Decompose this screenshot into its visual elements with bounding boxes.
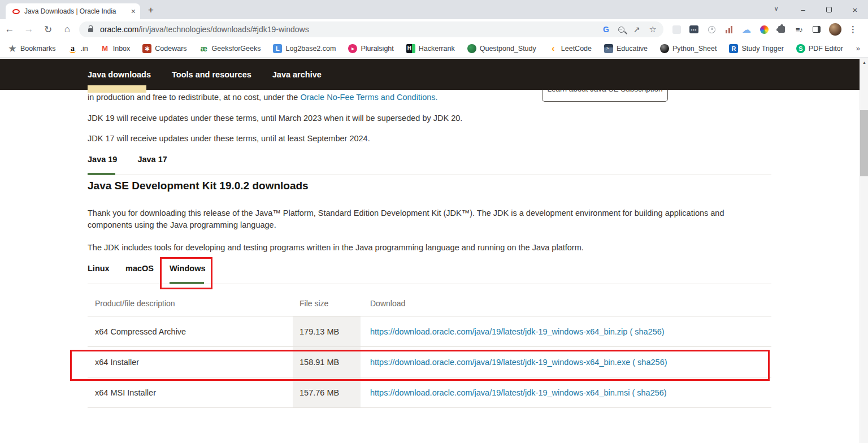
lock-icon[interactable] (88, 28, 93, 32)
log2base2-icon: L (273, 44, 282, 53)
hackerrank-icon: H (406, 44, 415, 53)
table-row-zip: x64 Compressed Archive 179.13 MB https:/… (88, 316, 771, 347)
file-description: x64 Compressed Archive (88, 327, 293, 336)
bookmark-inbox[interactable]: MInbox (101, 44, 131, 53)
downloads-table: Product/file description File size Downl… (88, 290, 771, 408)
analytics-extension-icon[interactable] (724, 24, 734, 34)
media-list-icon[interactable]: ≡♪ (794, 24, 804, 34)
file-size: 179.13 MB (293, 316, 361, 346)
bookmark-log2base2[interactable]: LLog2base2.com (273, 44, 336, 53)
file-size: 157.76 MB (293, 377, 361, 407)
bookmarks-bar: ★Bookmarks a.in MInbox ∗Codewars æGeeksf… (0, 40, 868, 58)
questpond-icon (467, 44, 476, 53)
url-path: /in/java/technologies/downloads/#jdk19-w… (138, 25, 309, 34)
download-link-zip[interactable]: https://download.oracle.com/java/19/late… (370, 327, 627, 336)
url-domain: oracle.com (100, 25, 138, 34)
annotation-box-x64-installer-row (70, 350, 770, 381)
nav-item-java-downloads[interactable]: Java downloads (88, 70, 151, 79)
browser-titlebar: Java Downloads | Oracle India × + ∨ – × (0, 0, 868, 19)
scrollbar-thumb[interactable] (860, 110, 868, 176)
bookmark-python-sheet[interactable]: Python_Sheet (660, 44, 717, 53)
browser-menu-icon[interactable]: ⋮ (849, 24, 857, 34)
tab-title: Java Downloads | Oracle India (24, 7, 128, 15)
python-sheet-icon (660, 44, 669, 53)
tab-search-icon[interactable]: ∨ (774, 5, 779, 12)
bookmark-study-trigger[interactable]: RStudy Trigger (729, 44, 783, 53)
browser-toolbar: ← → ↻ ⌂ oracle.com/in/java/technologies/… (0, 19, 868, 40)
url-text[interactable]: oracle.com/in/java/technologies/download… (100, 25, 309, 34)
color-wheel-extension-icon[interactable] (759, 24, 769, 34)
intro-paragraph: in production and free to redistribute, … (88, 93, 438, 102)
google-icon[interactable]: G (603, 25, 609, 34)
side-panel-icon[interactable] (811, 24, 822, 34)
site-nav: Java downloads Tools and resources Java … (0, 59, 860, 90)
codewars-icon: ∗ (142, 44, 151, 53)
jdk19-updates-paragraph: JDK 19 will receive updates under these … (88, 114, 462, 123)
sha256-link-msi[interactable]: ( sha256) (632, 388, 666, 397)
bookmark-star-icon[interactable]: ☆ (649, 24, 657, 34)
download-link-msi[interactable]: https://download.oracle.com/java/19/late… (370, 388, 630, 397)
timer-extension-icon[interactable] (706, 24, 717, 34)
pdf-editor-icon: S (796, 44, 805, 53)
page-title: Java SE Development Kit 19.0.2 downloads (88, 180, 309, 192)
back-button[interactable]: ← (0, 24, 19, 35)
tab-close-icon[interactable]: × (131, 7, 136, 16)
bookmarks-overflow-icon[interactable]: » (856, 44, 860, 53)
address-bar[interactable]: oracle.com/in/java/technologies/download… (79, 21, 663, 37)
jdk17-updates-paragraph: JDK 17 will receive updates under these … (88, 134, 370, 143)
browser-tab[interactable]: Java Downloads | Oracle India × (6, 3, 140, 19)
nav-item-tools-resources[interactable]: Tools and resources (172, 70, 251, 79)
forward-button[interactable]: → (19, 24, 38, 35)
table-row-msi: x64 MSI Installer 157.76 MB https://down… (88, 377, 771, 408)
bookmark-questpond[interactable]: Questpond_Study (467, 44, 536, 53)
bookmark-educative[interactable]: >_Educative (604, 44, 648, 53)
nav-active-underline (88, 85, 146, 93)
version-tabs-divider (88, 175, 771, 175)
sha256-link-zip[interactable]: ( sha256) (630, 327, 664, 336)
amazon-icon: a (68, 44, 77, 53)
educative-icon: >_ (604, 44, 613, 53)
no-fee-terms-link[interactable]: Oracle No-Fee Terms and Conditions. (300, 93, 437, 102)
cloud-extension-icon[interactable]: ☁ (741, 24, 752, 34)
bookmark-codewars[interactable]: ∗Codewars (142, 44, 186, 53)
table-header-row: Product/file description File size Downl… (88, 290, 771, 316)
restore-button[interactable] (816, 6, 842, 14)
bookmark-pdf-editor[interactable]: SPDF Editor (796, 44, 843, 53)
pluralsight-icon: ▸ (348, 44, 357, 53)
tab-linux[interactable]: Linux (88, 264, 125, 273)
zoom-out-icon[interactable] (618, 27, 624, 33)
close-window-button[interactable]: × (842, 5, 868, 15)
home-button[interactable]: ⌂ (58, 24, 77, 35)
reload-button[interactable]: ↻ (38, 24, 58, 36)
bookmark-hackerrank[interactable]: HHackerrank (406, 44, 455, 53)
tab-java-19[interactable]: Java 19 (88, 155, 117, 164)
bookmark-pluralsight[interactable]: ▸Pluralsight (348, 44, 393, 53)
thank-you-paragraph: Thank you for downloading this release o… (88, 207, 732, 231)
bookmark-bookmarks[interactable]: ★Bookmarks (8, 44, 56, 53)
study-trigger-icon: R (729, 44, 738, 53)
new-tab-button[interactable]: + (148, 5, 154, 16)
oracle-favicon-icon (12, 9, 20, 14)
extensions-puzzle-icon[interactable] (776, 24, 787, 34)
grid-extension-icon[interactable] (671, 24, 682, 34)
share-icon[interactable]: ↗ (633, 25, 640, 34)
browser-window: Java Downloads | Oracle India × + ∨ – × … (0, 0, 868, 443)
nav-item-java-archive[interactable]: Java archive (272, 70, 322, 79)
bookmark-geeksforgeeks[interactable]: æGeeksforGeeks (199, 44, 261, 53)
password-manager-icon[interactable]: ••• (689, 24, 699, 34)
gmail-icon: M (101, 44, 110, 53)
version-tabs: Java 19 Java 17 (88, 155, 167, 164)
leetcode-icon: ‹ (549, 44, 558, 53)
page-content: Learn about Java SE Subscription Java do… (0, 58, 868, 443)
extensions-row: ••• ☁ ≡♪ ⋮ (671, 23, 857, 36)
bookmark-amazon-in[interactable]: a.in (68, 44, 88, 53)
minimize-button[interactable]: – (790, 6, 816, 14)
profile-avatar[interactable] (829, 23, 841, 36)
col-header-filesize: File size (293, 290, 361, 316)
tab-java-17[interactable]: Java 17 (137, 155, 167, 164)
col-header-download: Download (361, 299, 771, 308)
scrollbar-up-icon[interactable]: ▲ (860, 58, 868, 67)
page-scrollbar[interactable]: ▲ (860, 58, 868, 443)
bookmark-leetcode[interactable]: ‹LeetCode (549, 44, 592, 53)
star-icon: ★ (8, 44, 17, 53)
